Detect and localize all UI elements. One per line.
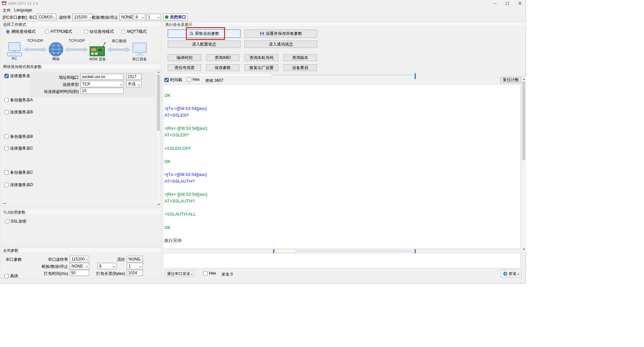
baud-rate-value: 115200 [74,15,87,19]
send-via-serial-dropdown[interactable]: 通过串口发送 [165,270,195,277]
checkbox-hex-send[interactable]: Hex [203,271,216,276]
pack-time-input[interactable] [70,270,89,276]
log-line [164,138,519,145]
link3-label: 串口数据 [108,39,130,44]
scrollbar-thumb[interactable] [522,81,525,160]
log-vscrollbar[interactable] [522,76,526,252]
hscrollbar-thumb[interactable] [276,249,296,252]
com-port-select[interactable]: COM10 [37,14,56,20]
checkbox-hex-send-input[interactable] [203,271,208,276]
log-line [164,185,519,191]
hscrollbar-thumb[interactable] [168,73,272,76]
reset-counter-button[interactable]: 复位计数 [500,77,521,83]
radio-mqtt-input[interactable] [121,30,126,34]
query-version-button[interactable]: 查询版本 [283,54,317,61]
chevron-down-icon [138,83,140,85]
checkbox-hex-receive[interactable]: Hex [187,77,200,82]
send-input-area[interactable] [163,253,521,268]
radio-mqtt-mode[interactable]: MQTT模式 [121,29,147,35]
checkbox-backup-server-a-input[interactable] [4,98,9,102]
window-title: USR-CAT1 V1.1.4 [8,1,38,5]
checkbox-backup-server-c-input[interactable] [4,170,9,175]
global-parity-select[interactable]: NONE [70,263,89,269]
chevron-down-icon [517,272,520,275]
send-area-hscrollbar[interactable] [273,249,416,252]
flow-control-select[interactable]: NONE [127,256,143,262]
save-params-button[interactable]: 保存参数 [206,64,239,71]
data-bits-select[interactable]: 8 [134,14,145,20]
menu-file[interactable]: 文件 [3,8,11,13]
enter-comm-state-button[interactable]: 进入通讯状态 [245,41,317,48]
menu-language[interactable]: Language [14,8,32,12]
close-button[interactable] [514,0,526,7]
device-reboot-button[interactable]: 设备重启 [283,64,317,71]
checkbox-connect-server-c[interactable]: 连接服务器C [4,146,33,151]
checkbox-timestamp[interactable]: 时间戳 [164,77,182,83]
checkbox-backup-server-a[interactable]: 备份服务器A [4,97,33,103]
radio-net-passthrough-mode[interactable]: 网络透传模式 [6,29,36,35]
stop-bits-select[interactable]: 1 [146,14,161,20]
parity-select[interactable]: NONE [119,14,133,20]
command-area-hscrollbar[interactable] [168,73,416,76]
keepalive-value: 长连 [128,81,136,87]
checkbox-backup-server-b[interactable]: 备份服务器B [4,134,33,139]
global-databits-select[interactable]: 8 [98,263,116,269]
log-line [164,119,519,125]
checkbox-advanced-input[interactable] [4,274,9,278]
scroll-down-button[interactable] [522,247,526,251]
global-baud-select[interactable]: 115200 [70,256,89,262]
radio-sms-input[interactable] [84,30,88,34]
net-params-scrollbar[interactable] [156,69,161,207]
minimize-button[interactable] [489,0,501,7]
radio-net-passthrough-input[interactable] [6,30,10,34]
scroll-down-button[interactable] [157,202,160,207]
query-phone-number-button[interactable]: 查询本机号码 [245,54,278,61]
checkbox-ssl-input[interactable] [5,219,9,224]
scroll-up-button[interactable] [157,70,160,74]
checkbox-ssl-encryption[interactable]: SSL加密 [5,219,26,224]
sent-counter: 发送:0 [221,272,233,277]
work-mode-section: 选择工作模式 网络透传模式 HTTPD模式 短信透传模式 MQTT模式 TCP/… [1,21,161,62]
timeout-input[interactable] [80,88,123,94]
checkbox-connect-server-b-input[interactable] [4,110,9,114]
checkbox-advanced[interactable]: 高级 [4,273,18,279]
scroll-up-button[interactable] [522,77,526,81]
query-signal-button[interactable]: 查信号强度 [168,64,201,71]
conn-type-select[interactable]: TCP [80,81,123,87]
query-imei-button[interactable]: 查询IMEI [206,54,239,61]
server-a-port-input[interactable] [126,74,142,80]
compile-time-button[interactable]: 编译时间 [168,54,201,61]
arrow-icon [65,47,88,52]
checkbox-timestamp-input[interactable] [164,78,169,82]
checkbox-connect-server-a-input[interactable] [4,74,9,78]
checkbox-connect-server-d[interactable]: 连接服务器D [4,182,33,188]
server-a-address-input[interactable] [80,74,123,80]
radio-httpd-input[interactable] [45,30,49,34]
maximize-button[interactable] [501,0,514,7]
global-stopbits-select[interactable]: 1 [127,263,143,269]
pack-length-input[interactable] [127,270,143,276]
checkbox-backup-server-c[interactable]: 备份服务器C [4,170,33,175]
log-line [164,165,519,172]
close-serial-port-button[interactable]: 关闭串口 [163,13,187,21]
set-save-all-params-button[interactable]: 设置并保存所有参数 [245,30,317,38]
radio-sms-passthrough-mode[interactable]: 短信透传模式 [84,29,114,35]
checkbox-connect-server-d-input[interactable] [4,183,9,187]
keepalive-select[interactable]: 长连 [126,81,142,87]
factory-reset-button[interactable]: 恢复出厂设置 [245,64,278,71]
checkbox-connect-server-b[interactable]: 连接服务器B [4,109,33,115]
checkbox-hex-receive-input[interactable] [187,77,191,82]
enter-config-state-button[interactable]: 进入配置状态 [168,41,240,48]
radio-httpd-mode[interactable]: HTTPD模式 [45,29,72,35]
checkbox-backup-server-b-input[interactable] [4,134,9,139]
baud-rate-select[interactable]: 115200 [72,14,93,20]
checkbox-connect-server-c-input[interactable] [4,146,9,151]
com-port-value: COM10 [39,15,52,19]
label: 保存参数 [215,65,231,71]
checkbox-connect-server-a[interactable]: 连接服务器A [4,73,33,79]
send-button[interactable]: 发送 [501,270,522,278]
conn-type-label: 连接类型 [33,82,79,88]
scroll-right-button[interactable] [415,74,416,78]
scrollbar-thumb[interactable] [157,74,160,131]
receive-log[interactable]: OK >[Tx->][08:53:54][asc] AT+SSLEN? >[Rx… [163,84,521,249]
